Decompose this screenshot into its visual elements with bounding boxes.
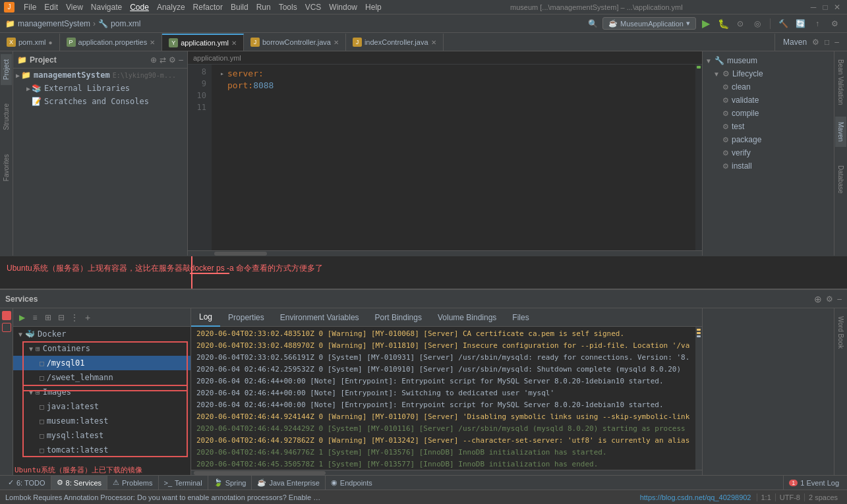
services-mysql-image[interactable]: □ mysql:latest — [13, 428, 190, 443]
maven-package-item[interactable]: ⚙ package — [703, 133, 834, 146]
menu-navigate[interactable]: Navigate — [87, 0, 126, 14]
services-toolbar-run[interactable]: ▶ — [16, 312, 28, 323]
project-breadcrumb[interactable]: 📁 managementSystem › 🔧 pom.xml — [5, 19, 140, 28]
services-mysql01-item[interactable]: □ /mysql01 — [13, 356, 190, 370]
debug-button[interactable]: 🐛 — [716, 16, 730, 31]
bottom-tab-java-enterprise[interactable]: ☕ Java Enterprise — [252, 476, 325, 490]
bottom-tab-spring[interactable]: 🍃 Spring — [208, 476, 252, 490]
code-line-11[interactable] — [217, 103, 690, 115]
menu-run[interactable]: Run — [252, 0, 275, 14]
services-toolbar-filter[interactable]: ⊟ — [55, 312, 67, 323]
menu-edit[interactable]: Edit — [40, 0, 62, 14]
services-toolbar-add[interactable]: + — [82, 312, 94, 323]
left-tab-project[interactable]: Project — [1, 54, 12, 85]
bottom-tab-endpoints[interactable]: ◉ Endpoints — [326, 476, 378, 490]
right-tab-maven[interactable]: Maven — [835, 117, 846, 147]
menu-tools[interactable]: Tools — [275, 0, 301, 14]
menu-view[interactable]: View — [62, 0, 87, 14]
sync-button[interactable]: 🔄 — [793, 16, 807, 31]
log-tab-log[interactable]: Log — [191, 308, 220, 327]
menu-help[interactable]: Help — [361, 0, 386, 14]
services-toolbar-more[interactable]: ⋮ — [69, 312, 80, 323]
log-tab-files[interactable]: Files — [504, 308, 537, 327]
menu-refactor[interactable]: Refactor — [189, 0, 227, 14]
right-tab-word-book[interactable]: Word Book — [835, 311, 846, 354]
left-tab-favorites[interactable]: Favorites — [1, 149, 12, 186]
status-url[interactable]: https://blog.csdn.net/qq_40298902 — [640, 493, 751, 501]
services-toolbar-list[interactable]: ≡ — [29, 312, 41, 323]
services-images-item[interactable]: ▼ ⊞ Images — [13, 385, 190, 399]
services-settings-icon[interactable]: ⚙ — [826, 294, 833, 304]
bottom-tab-todo[interactable]: ✓ 6: TODO — [3, 476, 51, 490]
service-stop-button-2[interactable] — [2, 323, 11, 332]
log-tab-volume-bindings[interactable]: Volume Bindings — [430, 308, 504, 327]
status-indent[interactable]: 2 spaces — [804, 493, 842, 501]
tree-item-scratches[interactable]: ▶ 📝 Scratches and Consoles — [13, 95, 187, 108]
services-toolbar-grid[interactable]: ⊞ — [42, 312, 54, 323]
minimize-button[interactable]: ─ — [809, 3, 818, 12]
menu-build[interactable]: Build — [227, 0, 252, 14]
coverage-button[interactable]: ⊙ — [733, 16, 747, 31]
maximize-button[interactable]: □ — [821, 3, 830, 12]
menu-analyze[interactable]: Analyze — [153, 0, 189, 14]
project-sync-icon[interactable]: ⇄ — [160, 55, 166, 65]
maven-museum-item[interactable]: ▼ 🔧 museum — [703, 54, 834, 67]
services-museum-image[interactable]: □ museum:latest — [13, 414, 190, 428]
maven-lifecycle-item[interactable]: ▼ ⚙ Lifecycle — [703, 67, 834, 80]
git-warning-text[interactable]: Lombok Requires Annotation Processor: Do… — [5, 493, 322, 501]
menu-window[interactable]: Window — [325, 0, 361, 14]
code-line-10[interactable] — [217, 91, 690, 103]
maven-maximize-icon[interactable]: □ — [825, 38, 829, 47]
tree-item-external-libraries[interactable]: ▶ 📚 External Libraries — [13, 82, 187, 95]
event-log-button[interactable]: 1 1 Event Log — [783, 476, 844, 490]
run-config-selector[interactable]: ☕ MuseumApplication ▾ — [602, 17, 696, 30]
menu-code[interactable]: Code — [126, 0, 153, 14]
maven-verify-item[interactable]: ⚙ verify — [703, 146, 834, 159]
services-sweet-lehmann-item[interactable]: □ /sweet_lehmann — [13, 370, 190, 385]
tab-pom-xml[interactable]: X pom.xml ● — [0, 34, 60, 51]
close-button[interactable]: ✕ — [832, 3, 842, 12]
project-settings-icon[interactable]: ⚙ — [169, 55, 176, 65]
log-tab-env-vars[interactable]: Environment Variables — [272, 308, 367, 327]
run-button[interactable]: ▶ — [699, 16, 713, 31]
bottom-tab-problems[interactable]: ⚠ Problems — [107, 476, 158, 490]
service-stop-button[interactable] — [2, 311, 11, 320]
settings-button[interactable]: ⚙ — [827, 16, 842, 31]
build-project-button[interactable]: 🔨 — [776, 16, 790, 31]
services-java-image[interactable]: □ java:latest — [13, 399, 190, 414]
maven-compile-item[interactable]: ⚙ compile — [703, 107, 834, 120]
services-tomcat-image[interactable]: □ tomcat:latest — [13, 443, 190, 457]
maven-settings-icon[interactable]: ⚙ — [812, 38, 819, 47]
profile-button[interactable]: ◎ — [750, 16, 765, 31]
maven-close-icon[interactable]: – — [834, 38, 839, 47]
maven-test-item[interactable]: ⚙ test — [703, 120, 834, 133]
services-docker-item[interactable]: ▼ 🐳 Docker — [13, 327, 190, 341]
vcs-button[interactable]: ↑ — [810, 16, 825, 31]
status-encoding[interactable]: UTF-8 — [775, 493, 804, 501]
right-tab-database[interactable]: Database — [835, 160, 846, 199]
services-add-icon[interactable]: ⊕ — [814, 294, 822, 304]
log-tab-properties[interactable]: Properties — [220, 308, 272, 327]
services-minimize-icon[interactable]: – — [837, 294, 842, 304]
code-line-9[interactable]: port: 8088 — [217, 79, 690, 91]
bottom-tab-services[interactable]: ⚙ 8: Services — [51, 476, 107, 490]
tab-borrow-controller[interactable]: J borrowController.java ✕ — [244, 34, 346, 51]
menu-vcs[interactable]: VCS — [301, 0, 326, 14]
maven-install-item[interactable]: ⚙ install — [703, 159, 834, 173]
maven-clean-item[interactable]: ⚙ clean — [703, 80, 834, 94]
project-add-icon[interactable]: ⊕ — [150, 55, 157, 65]
log-tab-port-bindings[interactable]: Port Bindings — [367, 308, 430, 327]
tab-application-yml[interactable]: Y application.yml ✕ — [162, 34, 244, 51]
maven-validate-item[interactable]: ⚙ validate — [703, 94, 834, 107]
tab-application-properties[interactable]: P application.properties ✕ — [60, 34, 163, 51]
code-line-8[interactable]: ▸ server: — [217, 67, 690, 79]
bottom-tab-terminal[interactable]: >_ Terminal — [159, 476, 208, 490]
project-close-icon[interactable]: – — [179, 55, 183, 65]
tree-item-management-system[interactable]: ▶ 📁 managementSystem E:\lyking90-m... — [13, 69, 187, 82]
left-tab-structure[interactable]: Structure — [1, 98, 12, 136]
services-containers-item[interactable]: ▼ ⊞ Containers — [13, 341, 190, 356]
right-tab-bean-validation[interactable]: Bean Validation — [835, 54, 846, 110]
tab-index-controller[interactable]: J indexController.java ✕ — [346, 34, 444, 51]
toolbar-search[interactable]: 🔍 — [585, 16, 600, 31]
menu-file[interactable]: File — [20, 0, 40, 14]
